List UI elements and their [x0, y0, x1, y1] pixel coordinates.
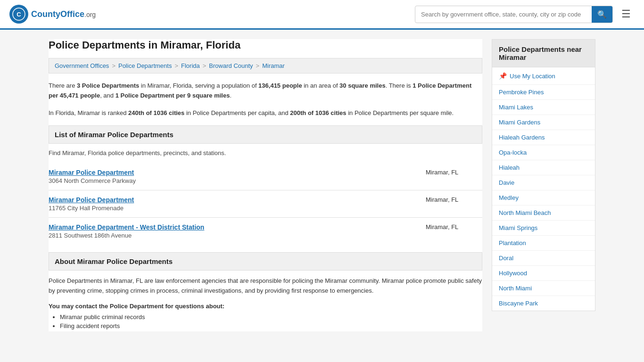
sidebar-city-link[interactable]: Doral: [499, 255, 513, 262]
sidebar-city-item: Miami Lakes: [492, 100, 595, 115]
dept-name-link[interactable]: Miramar Police Department - West Distric…: [49, 223, 204, 231]
list-item: Miramar public criminal records: [60, 313, 482, 321]
page-title: Police Departments in Miramar, Florida: [49, 39, 482, 51]
sidebar-city-link[interactable]: Miami Gardens: [499, 119, 540, 126]
sidebar-city-item: Plantation: [492, 236, 595, 251]
breadcrumb-sep-3: >: [203, 62, 206, 69]
dept-address: 3064 North Commerce Parkway: [49, 177, 136, 184]
sidebar-city-item: Opa-locka: [492, 145, 595, 160]
dept-address: 11765 City Hall Promenade: [49, 205, 134, 212]
sidebar-city-item: North Miami: [492, 281, 595, 296]
sidebar-city-item: Davie: [492, 175, 595, 190]
table-row: Miramar Police Department 3064 North Com…: [49, 163, 482, 190]
sidebar-cities-list: Pembroke PinesMiami LakesMiami GardensHi…: [492, 85, 595, 311]
table-row: Miramar Police Department 11765 City Hal…: [49, 190, 482, 217]
sidebar-city-link[interactable]: North Miami Beach: [499, 209, 551, 216]
breadcrumb-link-gov[interactable]: Government Offices: [55, 62, 109, 69]
sidebar-city-link[interactable]: Pembroke Pines: [499, 89, 544, 96]
search-icon: 🔍: [597, 10, 607, 18]
table-row: Miramar Police Department - West Distric…: [49, 217, 482, 245]
list-subtext: Find Miramar, Florida police departments…: [49, 149, 482, 156]
sidebar-city-link[interactable]: Miami Springs: [499, 224, 537, 231]
sidebar-city-link[interactable]: Biscayne Park: [499, 300, 538, 307]
sidebar-city-item: Hialeah Gardens: [492, 130, 595, 145]
sidebar-city-link[interactable]: North Miami: [499, 285, 532, 292]
dept-name-link[interactable]: Miramar Police Department: [49, 169, 136, 176]
list-section-header: List of Miramar Police Departments: [49, 125, 482, 144]
sidebar-city-item: Pembroke Pines: [492, 85, 595, 100]
dept-city: Miramar, FL: [426, 223, 482, 230]
logo-area: C CountyOffice.org: [9, 5, 96, 24]
sidebar-use-location: 📌 Use My Location: [492, 67, 595, 85]
dept-city: Miramar, FL: [426, 196, 482, 203]
dept-list: Miramar Police Department 3064 North Com…: [49, 163, 482, 245]
sidebar-city-item: Miami Springs: [492, 221, 595, 236]
logo-icon: C: [9, 5, 28, 24]
breadcrumb-sep-4: >: [256, 62, 260, 69]
sidebar-city-item: Miami Gardens: [492, 115, 595, 130]
sidebar-city-item: Medley: [492, 190, 595, 206]
svg-text:C: C: [17, 11, 21, 18]
content-area: Police Departments in Miramar, Florida G…: [49, 39, 482, 331]
breadcrumb-sep-2: >: [174, 62, 178, 69]
sidebar-city-item: Biscayne Park: [492, 296, 595, 311]
sidebar-city-link[interactable]: Medley: [499, 194, 519, 201]
search-input[interactable]: [415, 7, 592, 22]
dept-address: 2811 Southwest 186th Avenue: [49, 232, 204, 239]
info-paragraph-2: In Florida, Miramar is ranked 240th of 1…: [49, 108, 482, 118]
main-container: Police Departments in Miramar, Florida G…: [39, 30, 605, 341]
menu-icon[interactable]: ☰: [618, 6, 635, 22]
use-my-location-link[interactable]: Use My Location: [510, 73, 555, 80]
dept-name-link[interactable]: Miramar Police Department: [49, 196, 134, 204]
sidebar-city-link[interactable]: Hialeah: [499, 164, 520, 171]
header: C CountyOffice.org 🔍 ☰: [0, 0, 644, 30]
sidebar-city-item: Hialeah: [492, 160, 595, 175]
location-icon: 📌: [499, 72, 507, 80]
info-paragraph-1: There are 3 Police Departments in Mirama…: [49, 81, 482, 101]
sidebar-title: Police Departments nearMiramar: [492, 40, 595, 67]
breadcrumb-link-police[interactable]: Police Departments: [118, 62, 172, 69]
about-text: Police Departments in Miramar, FL are la…: [49, 276, 482, 296]
header-right: 🔍 ☰: [415, 6, 635, 23]
breadcrumb-link-miramar[interactable]: Miramar: [262, 62, 285, 69]
breadcrumb: Government Offices > Police Departments …: [49, 58, 482, 74]
sidebar-city-item: Hollywood: [492, 266, 595, 281]
sidebar-city-link[interactable]: Hialeah Gardens: [499, 134, 545, 141]
breadcrumb-link-broward[interactable]: Broward County: [209, 62, 253, 69]
sidebar-city-item: Doral: [492, 251, 595, 266]
sidebar-city-link[interactable]: Opa-locka: [499, 149, 527, 156]
sidebar-city-link[interactable]: Davie: [499, 179, 514, 186]
about-subhead: You may contact the Police Department fo…: [49, 303, 482, 310]
dept-city: Miramar, FL: [426, 169, 482, 176]
sidebar-box: Police Departments nearMiramar 📌 Use My …: [492, 39, 595, 311]
sidebar-city-link[interactable]: Plantation: [499, 239, 526, 247]
breadcrumb-sep-1: >: [112, 62, 116, 69]
about-list: Miramar public criminal recordsFiling ac…: [49, 313, 482, 329]
breadcrumb-link-florida[interactable]: Florida: [181, 62, 200, 69]
sidebar: Police Departments nearMiramar 📌 Use My …: [492, 39, 595, 331]
sidebar-city-item: North Miami Beach: [492, 206, 595, 221]
sidebar-city-link[interactable]: Hollywood: [499, 270, 527, 277]
sidebar-city-link[interactable]: Miami Lakes: [499, 104, 533, 111]
search-bar: 🔍: [415, 6, 613, 23]
logo-text: CountyOffice.org: [31, 9, 96, 19]
about-section-header: About Miramar Police Departments: [49, 252, 482, 271]
search-button[interactable]: 🔍: [592, 6, 612, 23]
list-item: Filing accident reports: [60, 322, 482, 329]
